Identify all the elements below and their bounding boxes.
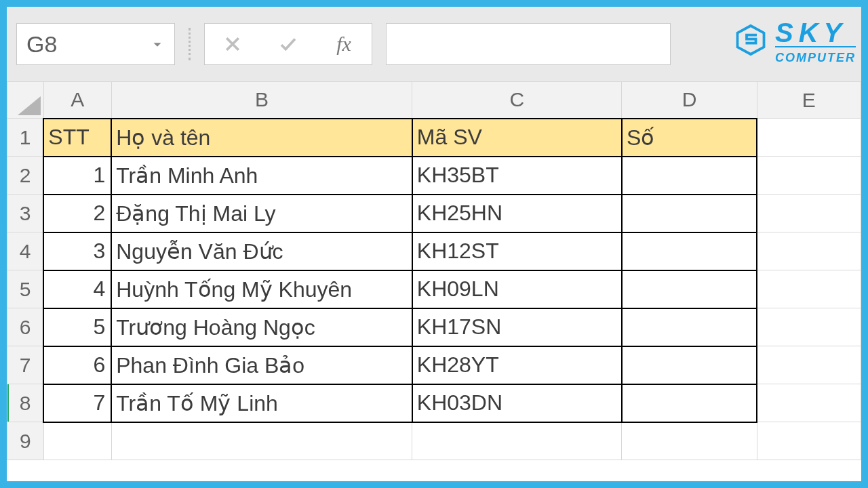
cell[interactable]: Huỳnh Tống Mỹ Khuyên <box>111 270 412 308</box>
cell[interactable]: KH28YT <box>412 346 622 384</box>
cell[interactable] <box>757 346 861 384</box>
row-header[interactable]: 5 <box>7 270 44 308</box>
cell[interactable]: 3 <box>43 232 111 270</box>
row-header[interactable]: 4 <box>7 232 44 270</box>
cell[interactable]: 6 <box>43 346 111 384</box>
select-all-corner[interactable] <box>7 82 44 119</box>
formula-bar: G8 fx <box>7 7 861 81</box>
table-row: 76Phan Đình Gia BảoKH28YT <box>7 346 861 384</box>
cell[interactable]: KH09LN <box>412 270 622 308</box>
cell[interactable] <box>622 232 757 270</box>
cell[interactable]: Đặng Thị Mai Ly <box>111 195 412 232</box>
formula-input[interactable] <box>386 23 671 65</box>
row-header[interactable]: 7 <box>7 346 44 384</box>
cell[interactable] <box>622 308 757 346</box>
cell[interactable]: 4 <box>43 270 111 308</box>
spreadsheet-table: A B C D E 1 STT Họ và tên Mã SV Số 21Trầ… <box>7 81 861 460</box>
brand-logo: SKY COMPUTER <box>734 19 856 64</box>
table-row: 54Huỳnh Tống Mỹ KhuyênKH09LN <box>7 270 861 308</box>
cell-grid[interactable]: A B C D E 1 STT Họ và tên Mã SV Số 21Trầ… <box>7 81 861 481</box>
col-header-B[interactable]: B <box>111 82 412 119</box>
col-header-C[interactable]: C <box>412 82 622 119</box>
separator <box>189 28 191 60</box>
table-row: 43Nguyễn Văn ĐứcKH12ST <box>7 232 861 270</box>
logo-icon <box>734 24 767 59</box>
name-box[interactable]: G8 <box>16 23 175 65</box>
column-header-row: A B C D E <box>7 82 861 119</box>
row-header[interactable]: 8 <box>7 384 44 422</box>
enter-icon[interactable] <box>260 24 316 64</box>
cell[interactable]: KH03DN <box>412 384 622 422</box>
cancel-icon[interactable] <box>205 24 260 64</box>
name-box-value: G8 <box>26 31 57 58</box>
cell[interactable] <box>43 422 111 460</box>
insert-function-icon[interactable]: fx <box>316 24 372 64</box>
cell[interactable] <box>757 422 861 460</box>
spreadsheet-window: G8 fx <box>7 7 861 481</box>
col-header-A[interactable]: A <box>43 82 111 119</box>
logo-text-1: SKY <box>775 19 856 46</box>
table-row: 87Trần Tố Mỹ LinhKH03DN <box>7 384 861 422</box>
cell[interactable] <box>757 270 861 308</box>
cell[interactable]: Mã SV <box>412 119 622 157</box>
cell[interactable]: Nguyễn Văn Đức <box>111 232 412 270</box>
cell[interactable]: Số <box>622 119 757 157</box>
cell[interactable]: Trương Hoàng Ngọc <box>111 308 412 346</box>
col-header-E[interactable]: E <box>757 82 861 119</box>
row-header[interactable]: 3 <box>7 195 44 232</box>
row-header[interactable]: 9 <box>7 422 44 460</box>
cell[interactable] <box>757 308 861 346</box>
cell[interactable]: KH12ST <box>412 232 622 270</box>
cell[interactable] <box>111 422 412 460</box>
table-row: 21Trần Minh AnhKH35BT <box>7 157 861 195</box>
cell[interactable] <box>412 422 622 460</box>
cell[interactable] <box>757 157 861 195</box>
cell[interactable] <box>757 119 861 157</box>
row-header[interactable]: 6 <box>7 308 44 346</box>
cell[interactable] <box>622 384 757 422</box>
cell[interactable]: 5 <box>43 308 111 346</box>
table-row: 1 STT Họ và tên Mã SV Số <box>7 119 861 157</box>
cell[interactable]: KH35BT <box>412 157 622 195</box>
cell[interactable]: 1 <box>43 157 111 195</box>
table-row: 32Đặng Thị Mai LyKH25HN <box>7 195 861 232</box>
cell[interactable]: 2 <box>43 195 111 232</box>
formula-buttons: fx <box>204 23 372 65</box>
cell[interactable]: Trần Tố Mỹ Linh <box>111 384 412 422</box>
col-header-D[interactable]: D <box>622 82 757 119</box>
cell[interactable]: Họ và tên <box>111 119 412 157</box>
cell[interactable] <box>622 346 757 384</box>
cell[interactable] <box>757 232 861 270</box>
chevron-down-icon[interactable] <box>150 31 165 58</box>
logo-text-2: COMPUTER <box>775 46 856 64</box>
cell[interactable] <box>757 195 861 232</box>
cell[interactable]: STT <box>43 119 111 157</box>
cell[interactable]: KH25HN <box>412 195 622 232</box>
cell[interactable] <box>757 384 861 422</box>
cell[interactable]: Phan Đình Gia Bảo <box>111 346 412 384</box>
cell[interactable] <box>622 195 757 232</box>
cell[interactable]: Trần Minh Anh <box>111 157 412 195</box>
table-row: 65Trương Hoàng NgọcKH17SN <box>7 308 861 346</box>
cell[interactable] <box>622 422 757 460</box>
cell[interactable] <box>622 270 757 308</box>
table-row: 9 <box>7 422 861 460</box>
cell[interactable]: KH17SN <box>412 308 622 346</box>
row-header[interactable]: 1 <box>7 119 44 157</box>
cell[interactable]: 7 <box>43 384 111 422</box>
row-header[interactable]: 2 <box>7 157 44 195</box>
cell[interactable] <box>622 157 757 195</box>
